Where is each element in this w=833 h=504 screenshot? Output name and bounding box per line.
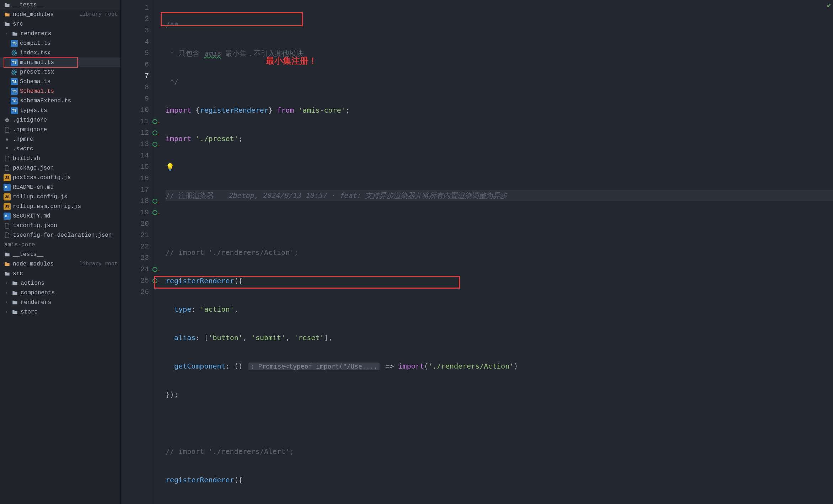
svg-point-0 [14,52,15,53]
code-line: // import './renderers/Action'; [166,247,833,258]
typescript-icon: TS [11,97,18,104]
project-tree[interactable]: __tests__ node_modules library root src … [0,0,121,504]
code-line: }); [166,389,833,400]
javascript-icon: JS [4,193,11,200]
tree-label: SECURITY.md [13,213,118,219]
tree-item-components[interactable]: › components [0,288,120,297]
tree-item-actions[interactable]: › actions [0,278,120,288]
editor-gutter: 1 2 3 4 5 6 7 8 9 10 11 12 13 14 15 16 1… [121,0,152,504]
tree-item-store[interactable]: › store [0,307,120,317]
tree-label: index.tsx [20,50,118,56]
tree-item-types[interactable]: TS types.ts [0,106,120,115]
code-line [166,417,833,429]
line-number: 1 [121,2,149,14]
tree-item-package-json[interactable]: package.json [0,163,120,173]
tree-item-schema[interactable]: TS Schema.ts [0,77,120,86]
line-number: 26 [121,286,149,298]
tree-item-tsconfig-decl[interactable]: tsconfig-for-declaration.json [0,230,120,240]
tree-label: actions [21,280,118,286]
react-icon [11,69,18,76]
lightbulb-icon[interactable]: 💡 [166,163,174,171]
code-line: // import './renderers/Alert'; [166,446,833,457]
tree-item-renderers[interactable]: › renderers [0,29,120,38]
tree-label: minimal.ts [20,59,118,66]
tree-item-compat[interactable]: TS compat.ts [0,38,120,48]
line-number: 2 [121,14,149,25]
line-number: 21 [121,230,149,241]
tree-label: src [13,21,118,27]
tree-item-swcrc[interactable]: ≣ .swcrc [0,144,120,154]
folder-icon [11,280,18,287]
tree-item-security[interactable]: M↓ SECURITY.md [0,211,120,221]
tree-item-rollup-esm[interactable]: JS rollup.esm.config.js [0,202,120,211]
line-number: 20 [121,218,149,230]
folder-icon [4,21,11,28]
tree-label: __tests__ [13,251,118,258]
tree-item-preset[interactable]: preset.tsx [0,67,120,77]
tree-item-npmignore[interactable]: .npmignore [0,125,120,134]
code-line: registerRenderer({ [166,474,833,486]
tree-label: __tests__ [13,2,118,8]
tree-item-postcss[interactable]: JS postcss.config.js [0,173,120,182]
folder-icon [11,289,18,296]
typescript-icon: TS [11,59,18,66]
tree-label: node_modules [13,11,77,18]
tree-item-build[interactable]: build.sh [0,154,120,163]
tree-label: node_modules [13,261,77,267]
tree-item-node-modules2[interactable]: node_modules library root [0,259,120,269]
folder-icon [11,309,18,316]
code-line: registerRenderer({ [166,275,833,286]
javascript-icon: JS [4,174,11,181]
inspection-status[interactable]: ✔ ✓ 7 [827,1,831,9]
tree-label: rollup.esm.config.js [13,203,118,210]
gitignore-icon [4,117,11,124]
file-icon [4,126,11,133]
tree-item-index[interactable]: index.tsx [0,48,120,58]
library-root-hint: library root [79,11,118,17]
typescript-icon: TS [11,107,18,114]
chevron-right-icon[interactable]: › [4,290,9,295]
tree-item-renderers2[interactable]: › renderers [0,297,120,307]
code-line: alias: ['button', 'submit', 'reset'], [166,332,833,343]
tree-item-src2[interactable]: src [0,269,120,278]
tree-label: rollup.config.js [13,194,118,200]
chevron-right-icon[interactable]: › [4,300,9,305]
tree-label: store [21,309,118,315]
tree-item-tests2[interactable]: __tests__ [0,250,120,259]
tree-label: renderers [21,31,118,37]
config-icon: ≣ [4,145,11,152]
tree-label: preset.tsx [20,69,118,75]
json-icon [4,232,11,239]
module-amis-core[interactable]: amis-core [0,240,120,250]
tree-item-gitignore[interactable]: .gitignore [0,115,120,125]
tree-item-rollup[interactable]: JS rollup.config.js [0,192,120,202]
code-line: type: 'alert', [166,503,833,504]
tree-item-src[interactable]: src [0,19,120,29]
tree-item-schema-extend[interactable]: TS schemaExtend.ts [0,96,120,106]
type-hint: : Promise<typeof import("/Use.... [248,363,380,370]
code-line: type: 'action', [166,304,833,315]
line-number: 22 [121,241,149,252]
tree-item-node-modules[interactable]: node_modules library root [0,10,120,19]
javascript-icon: JS [4,203,11,210]
markdown-icon: M↓ [4,184,11,191]
code-area[interactable]: /** * 只包含 amis 最小集，不引入其他模块 */ import {re… [152,0,833,504]
tree-label: schemaExtend.ts [20,98,118,104]
chevron-right-icon[interactable]: › [4,281,9,286]
code-line: import {registerRenderer} from 'amis-cor… [166,104,833,116]
tree-item-readme[interactable]: M↓ README-en.md [0,182,120,192]
tree-item-tsconfig[interactable]: tsconfig.json [0,221,120,230]
chevron-right-icon[interactable]: › [4,31,9,36]
tree-item-npmrc[interactable]: ≣ .npmrc [0,134,120,144]
code-editor[interactable]: 1 2 3 4 5 6 7 8 9 10 11 12 13 14 15 16 1… [121,0,833,504]
line-number: 23 [121,252,149,264]
chevron-right-icon[interactable]: › [4,310,9,315]
tree-label: build.sh [13,155,118,162]
code-line: getComponent: () : Promise<typeof import… [166,360,833,372]
tree-item-schema1[interactable]: TS Schema1.ts [0,86,120,96]
line-number: 18 [121,195,149,207]
code-line: import './preset'; [166,133,833,144]
tree-label: package.json [13,165,118,171]
tree-item-minimal[interactable]: TS minimal.ts [0,58,120,67]
tree-item-tests-top[interactable]: __tests__ [0,0,120,10]
